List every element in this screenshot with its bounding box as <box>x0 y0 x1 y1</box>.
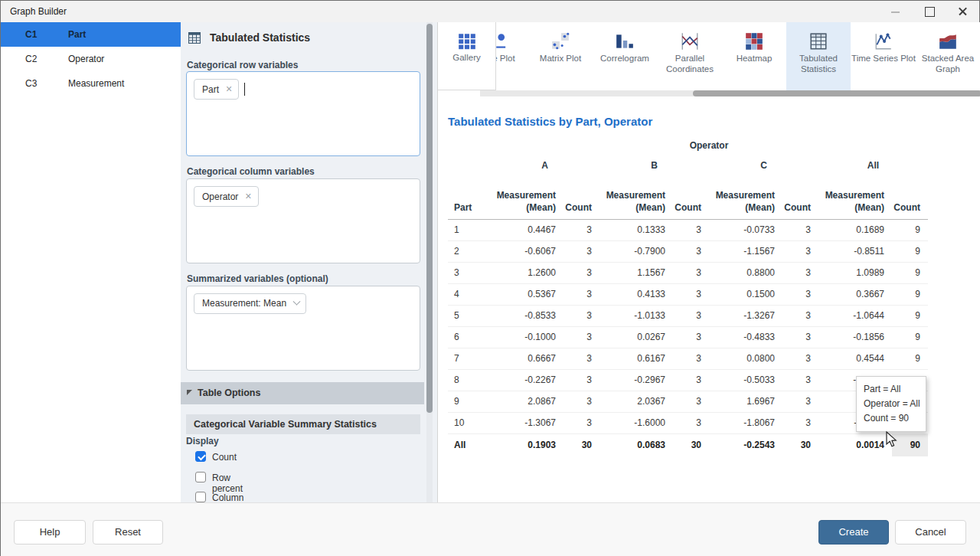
part-cell[interactable]: 6 <box>448 326 490 348</box>
stat-cell[interactable]: 9 <box>892 262 928 283</box>
cancel-button[interactable]: Cancel <box>895 520 966 545</box>
stat-cell[interactable]: 3 <box>564 305 599 326</box>
stat-cell[interactable]: -0.2267 <box>490 369 564 391</box>
stat-cell[interactable]: 3 <box>564 412 599 433</box>
stat-cell[interactable]: -0.2967 <box>599 369 673 391</box>
stat-cell[interactable]: 0.4133 <box>599 283 673 305</box>
stat-cell[interactable]: 3 <box>782 348 818 369</box>
summarized-variables-input[interactable]: Measurement: Mean <box>186 286 420 371</box>
checkbox-icon[interactable] <box>195 492 206 502</box>
stat-cell[interactable]: -0.4833 <box>709 326 782 348</box>
stat-cell[interactable]: 30 <box>564 433 599 456</box>
stat-cell[interactable]: -0.1856 <box>818 326 892 348</box>
part-cell[interactable]: 4 <box>448 283 490 305</box>
stat-cell[interactable]: 3 <box>564 283 599 305</box>
part-cell[interactable]: 1 <box>448 219 490 240</box>
stat-cell[interactable]: 3 <box>673 240 709 262</box>
stat-cell[interactable]: -1.0644 <box>818 305 892 326</box>
stat-cell[interactable]: 0.0800 <box>709 348 782 369</box>
table-row[interactable]: 40.536730.413330.150030.36679 <box>448 283 928 305</box>
stat-cell[interactable]: 3 <box>782 305 818 326</box>
stat-cell[interactable]: -0.7900 <box>599 240 673 262</box>
table-row[interactable]: 2-0.60673-0.79003-1.15673-0.85119 <box>448 240 928 262</box>
stat-cell[interactable]: 3 <box>673 283 709 305</box>
stat-cell[interactable]: 0.1689 <box>818 219 892 240</box>
part-cell[interactable]: 2 <box>448 240 490 262</box>
stat-cell[interactable]: -0.0733 <box>709 219 782 240</box>
stat-cell[interactable]: 9 <box>892 348 928 369</box>
stat-cell[interactable]: 0.0014 <box>818 433 892 456</box>
stat-cell[interactable]: -1.8067 <box>709 412 782 433</box>
scrollbar-thumb[interactable] <box>426 24 433 413</box>
scrollbar-thumb[interactable] <box>693 90 980 96</box>
stat-cell[interactable]: 3 <box>673 348 709 369</box>
remove-chip-icon[interactable]: × <box>245 190 251 202</box>
reset-button[interactable]: Reset <box>93 520 163 545</box>
stat-cell[interactable]: -1.6000 <box>599 412 673 433</box>
stat-cell[interactable]: 3 <box>782 219 818 240</box>
stat-cell[interactable]: 3 <box>564 326 599 348</box>
variable-chip-part[interactable]: Part× <box>194 79 239 100</box>
stat-cell[interactable]: 0.1333 <box>599 219 673 240</box>
stat-cell[interactable]: -0.6067 <box>490 240 564 262</box>
stat-cell[interactable]: 3 <box>564 348 599 369</box>
stat-cell[interactable]: 3 <box>782 283 818 305</box>
stat-cell[interactable]: 0.5367 <box>490 283 564 305</box>
gallery-tile-correlogram[interactable]: Correlogram <box>593 22 657 90</box>
stat-cell[interactable]: 0.0267 <box>599 326 673 348</box>
stat-cell[interactable]: 3 <box>782 369 818 391</box>
horizontal-scrollbar[interactable] <box>480 90 980 96</box>
stat-cell[interactable]: 3 <box>673 305 709 326</box>
stat-cell[interactable]: 9 <box>892 219 928 240</box>
stat-cell[interactable]: -0.1000 <box>490 326 564 348</box>
stat-cell[interactable]: 3 <box>673 326 709 348</box>
table-row[interactable]: All0.1903300.068330-0.2543300.001490 <box>448 433 928 456</box>
variable-chip-operator[interactable]: Operator× <box>194 186 259 207</box>
stat-cell[interactable]: -0.8511 <box>818 240 892 262</box>
stat-cell[interactable]: 0.1903 <box>490 433 564 456</box>
stat-cell[interactable]: 0.4467 <box>490 219 564 240</box>
sidebar-item-measurement[interactable]: C3 Measurement <box>1 71 181 96</box>
stat-cell[interactable]: 0.6167 <box>599 348 673 369</box>
part-cell[interactable]: 8 <box>448 369 490 391</box>
stat-cell[interactable]: 3 <box>782 240 818 262</box>
close-icon[interactable] <box>946 1 979 22</box>
stat-cell[interactable]: -1.0133 <box>599 305 673 326</box>
stat-cell[interactable]: 0.3667 <box>818 283 892 305</box>
table-row[interactable]: 10.446730.13333-0.073330.16899 <box>448 219 928 240</box>
stat-cell[interactable]: 9 <box>892 326 928 348</box>
stat-cell[interactable]: 9 <box>892 305 928 326</box>
table-row[interactable]: 6-0.100030.02673-0.48333-0.18569 <box>448 326 928 348</box>
stat-cell[interactable]: -0.5033 <box>709 369 782 391</box>
minimize-icon[interactable] <box>878 1 912 22</box>
chevron-down-icon[interactable] <box>293 298 301 306</box>
create-button[interactable]: Create <box>818 520 889 545</box>
part-cell[interactable]: 7 <box>448 348 490 369</box>
stat-cell[interactable]: 0.8800 <box>709 262 782 283</box>
stat-cell[interactable]: 3 <box>673 262 709 283</box>
part-cell[interactable]: 10 <box>448 412 490 433</box>
part-cell[interactable]: 3 <box>448 262 490 283</box>
table-row[interactable]: 5-0.85333-1.01333-1.32673-1.06449 <box>448 305 928 326</box>
part-cell[interactable]: All <box>448 433 490 456</box>
row-variables-input[interactable]: Part× <box>186 71 420 156</box>
sidebar-item-operator[interactable]: C2 Operator <box>1 47 181 71</box>
sidebar-item-part[interactable]: C1 Part <box>1 22 181 47</box>
stat-cell[interactable]: 30 <box>673 433 709 456</box>
stat-cell[interactable]: 0.0683 <box>599 433 673 456</box>
stat-cell[interactable]: 1.6967 <box>709 391 782 412</box>
checkbox-icon[interactable] <box>195 451 206 462</box>
stat-cell[interactable]: 0.1500 <box>709 283 782 305</box>
vertical-scrollbar[interactable] <box>426 22 433 502</box>
gallery-tile-parallel-coordinates[interactable]: Parallel Coordinates <box>658 22 722 90</box>
stat-cell[interactable]: 3 <box>782 262 818 283</box>
gallery-tile-heatmap[interactable]: Heatmap <box>722 22 786 90</box>
stat-cell[interactable]: 30 <box>782 433 818 456</box>
stat-cell[interactable]: -0.2543 <box>709 433 782 456</box>
stat-cell[interactable]: 9 <box>892 240 928 262</box>
gallery-tile-tabulated-statistics[interactable]: Tabulated Statistics <box>786 22 851 90</box>
stat-cell[interactable]: 0.4544 <box>818 348 892 369</box>
stat-cell[interactable]: 3 <box>782 326 818 348</box>
maximize-icon[interactable] <box>912 1 946 22</box>
variable-chip-measurement-mean[interactable]: Measurement: Mean <box>194 293 306 314</box>
